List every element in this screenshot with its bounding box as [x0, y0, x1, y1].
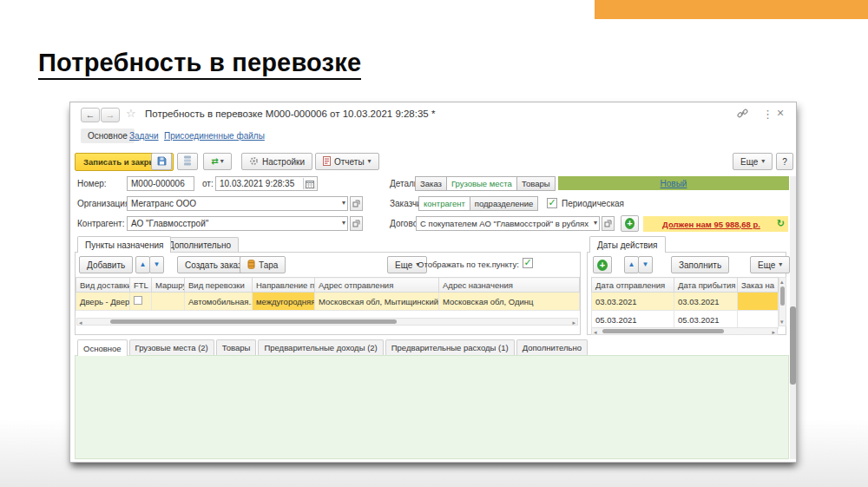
chevron-down-icon[interactable]: [342, 200, 345, 207]
table-header-row: Вид доставки FTL Маршрут Вид перевозки Н…: [76, 278, 580, 293]
col-transport-type[interactable]: Вид перевозки: [185, 278, 253, 293]
forward-button[interactable]: [101, 108, 120, 122]
status-new-link[interactable]: Новый: [661, 179, 687, 188]
tab-cargo-places[interactable]: Грузовые места (2): [129, 339, 214, 355]
col-arrival-date[interactable]: Дата прибытия: [674, 278, 738, 293]
dates-move-down-button[interactable]: [638, 256, 653, 273]
customer-option-division[interactable]: подразделение: [470, 196, 539, 211]
col-address-from[interactable]: Адрес отправления: [315, 278, 439, 293]
chevron-down-icon: [761, 158, 765, 165]
scroll-left-icon[interactable]: [79, 319, 82, 326]
col-departure-date[interactable]: Дата отправления: [592, 278, 674, 293]
move-up-button[interactable]: [135, 256, 150, 273]
scrollbar-thumb[interactable]: [110, 319, 397, 324]
tab-preliminary-income[interactable]: Предварительные доходы (2): [258, 339, 383, 355]
dates-table: Дата отправления Дата прибытия Заказ на …: [591, 277, 779, 329]
debt-banner: Должен нам 95 988,68 р. ↻: [643, 216, 788, 232]
open-counterparty-button[interactable]: [350, 216, 363, 231]
tab-additional[interactable]: Дополнительно: [161, 237, 239, 253]
menu-dots-icon[interactable]: [762, 109, 773, 120]
chevron-down-icon[interactable]: [594, 220, 597, 227]
periodic-checkbox[interactable]: [547, 198, 557, 208]
scrollbar-thumb[interactable]: [790, 306, 796, 385]
tab-dates[interactable]: Даты действия: [589, 236, 666, 253]
dates-more-button[interactable]: Еще: [750, 256, 790, 273]
dates-hscrollbar[interactable]: [591, 327, 778, 335]
dates-vscrollbar[interactable]: [779, 277, 786, 326]
link-icon[interactable]: [737, 108, 748, 122]
scroll-right-icon[interactable]: [572, 319, 575, 326]
tab-destinations[interactable]: Пункты назначения: [77, 236, 171, 253]
organization-combo[interactable]: Мегатранс ООО: [127, 196, 348, 211]
detail-option-goods[interactable]: Товары: [516, 176, 556, 191]
help-button[interactable]: ?: [776, 153, 793, 170]
reports-button[interactable]: Отчеты: [315, 153, 379, 170]
chevron-down-icon: [220, 158, 224, 165]
scrollbar-thumb[interactable]: [780, 286, 785, 306]
calendar-icon[interactable]: [303, 178, 316, 189]
fill-button[interactable]: Заполнить: [671, 256, 729, 273]
back-button[interactable]: [81, 108, 100, 122]
dates-move-up-button[interactable]: [624, 256, 639, 273]
tara-button[interactable]: Тара: [240, 256, 286, 273]
save-button[interactable]: [151, 153, 172, 170]
debt-link[interactable]: Должен нам 95 988,68 р.: [662, 220, 760, 229]
customer-segmented: контрагент подразделение: [419, 196, 538, 211]
tab-goods[interactable]: Товары: [216, 339, 257, 355]
open-organization-button[interactable]: [350, 196, 363, 211]
table-row[interactable]: Дверь - Дверь Автомобильная... междугоро…: [76, 293, 580, 311]
add-date-button[interactable]: [593, 256, 612, 273]
tab-main-bottom[interactable]: Основное: [77, 339, 128, 356]
close-icon[interactable]: [777, 107, 784, 119]
open-contract-button[interactable]: [602, 216, 615, 231]
scrollbar-thumb[interactable]: [602, 329, 724, 333]
move-down-button[interactable]: [149, 256, 164, 273]
tab-preliminary-expenses[interactable]: Предварительные расходы (1): [385, 339, 515, 355]
col-delivery-type[interactable]: Вид доставки: [76, 278, 130, 293]
organization-label: Организация:: [77, 199, 132, 208]
chevron-down-icon[interactable]: [342, 220, 345, 227]
show-current-checkbox[interactable]: [523, 258, 533, 268]
scroll-up-icon[interactable]: [780, 279, 784, 285]
customer-option-counterparty[interactable]: контрагент: [418, 196, 470, 211]
contract-combo[interactable]: С покупателем АО "Главмосстрой" в рублях: [416, 216, 600, 231]
gear-icon: [249, 156, 259, 168]
exchange-arrows-icon: [211, 157, 218, 166]
col-ftl[interactable]: FTL: [130, 278, 152, 293]
add-contract-button[interactable]: [621, 215, 639, 232]
table-row[interactable]: 05.03.2021 05.03.2021: [592, 311, 779, 329]
bottom-tabs: Основное Грузовые места (2) Товары Предв…: [77, 339, 589, 356]
more-button[interactable]: Еще: [733, 153, 773, 170]
tab-additional-bottom[interactable]: Дополнительно: [516, 339, 588, 355]
col-address-to[interactable]: Адрес назначения: [439, 278, 580, 293]
refresh-icon[interactable]: ↻: [777, 218, 785, 229]
scroll-left-icon[interactable]: [594, 329, 597, 335]
destinations-hscrollbar[interactable]: [76, 318, 578, 326]
favorite-star-icon[interactable]: [126, 108, 136, 119]
number-input[interactable]: М000-000006: [127, 176, 194, 191]
app-window: Потребность в перевозке М000-000006 от 1…: [69, 102, 797, 463]
ftl-checkbox[interactable]: [134, 296, 142, 305]
scroll-right-icon[interactable]: [772, 329, 775, 335]
tab-attached-files[interactable]: Присоединенные файлы: [164, 131, 265, 141]
detail-option-order[interactable]: Заказ: [415, 176, 447, 191]
add-row-button[interactable]: Добавить: [79, 256, 133, 273]
col-route[interactable]: Маршрут: [152, 278, 185, 293]
counterparty-combo[interactable]: АО "Главмосстрой": [127, 216, 348, 231]
tab-main[interactable]: Основное: [81, 128, 135, 143]
detail-option-cargo[interactable]: Грузовые места: [446, 176, 517, 191]
detail-segmented: Заказ Грузовые места Товары: [416, 176, 556, 191]
table-row[interactable]: 03.03.2021 03.03.2021: [592, 293, 779, 311]
scroll-down-icon[interactable]: [780, 319, 784, 325]
col-order-for[interactable]: Заказ на: [738, 278, 779, 293]
settings-button[interactable]: Настройки: [241, 153, 312, 170]
structure-button[interactable]: [177, 153, 198, 170]
window-vscrollbar[interactable]: [790, 176, 796, 459]
arrow-up-icon: [628, 261, 635, 268]
col-direction[interactable]: Направление п...: [253, 278, 315, 293]
destinations-table: Вид доставки FTL Маршрут Вид перевозки Н…: [76, 277, 580, 311]
tab-tasks[interactable]: Задачи: [129, 131, 159, 141]
slide-accent-bar: [595, 0, 868, 19]
exchange-button[interactable]: [203, 153, 232, 170]
date-input[interactable]: 10.03.2021 9:28:35: [215, 176, 318, 191]
